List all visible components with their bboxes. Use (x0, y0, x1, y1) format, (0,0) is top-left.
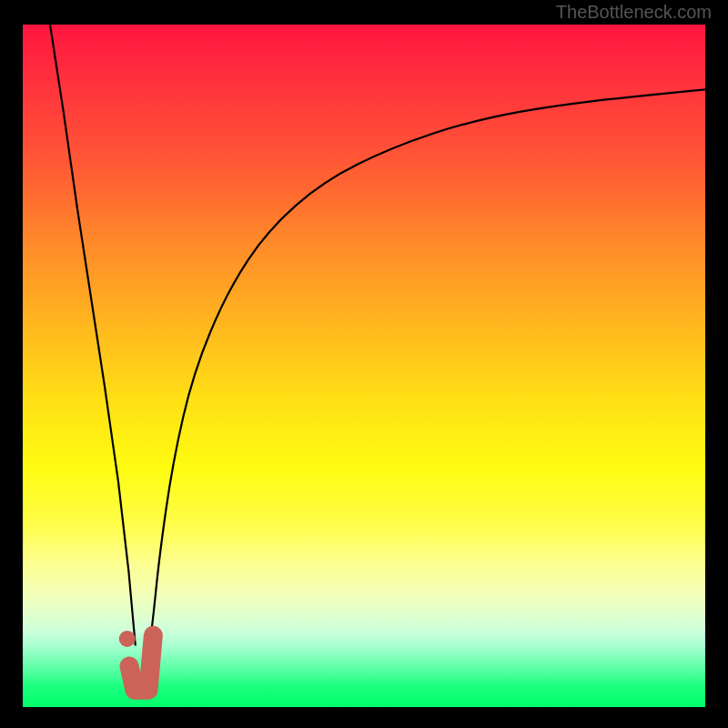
chart-area (23, 25, 705, 707)
optimal-marker (23, 25, 705, 707)
marker-dot (119, 631, 136, 647)
watermark-label: TheBottleneck.com (556, 2, 712, 23)
